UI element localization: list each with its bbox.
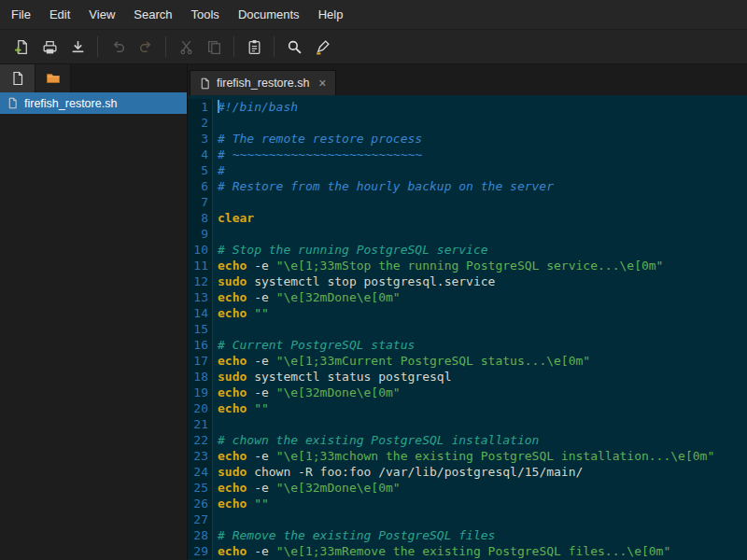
code-text bbox=[213, 321, 218, 337]
code-line: 19echo -e "\e[32mDone\e[0m" bbox=[188, 385, 747, 400]
code-text bbox=[213, 194, 218, 210]
code-text: echo -e "\e[32mDone\e[0m" bbox=[213, 385, 401, 400]
code-text: echo -e "\e[32mDone\e[0m" bbox=[213, 480, 401, 496]
code-line: 25echo -e "\e[32mDone\e[0m" bbox=[188, 480, 747, 496]
line-number: 20 bbox=[188, 400, 213, 416]
code-text: echo -e "\e[1;33mCurrent PostgreSQL stat… bbox=[213, 353, 590, 369]
code-line: 22# chown the existing PostgreSQL instal… bbox=[188, 432, 747, 448]
line-number: 27 bbox=[188, 511, 213, 527]
save-file-button[interactable] bbox=[63, 34, 92, 60]
menu-item-tools[interactable]: Tools bbox=[182, 1, 229, 29]
line-number: 18 bbox=[188, 369, 213, 385]
code-text: # ~~~~~~~~~~~~~~~~~~~~~~~~~~ bbox=[213, 147, 422, 162]
editor-pane: firefish_restore.sh × 1#!/bin/bash23# Th… bbox=[188, 64, 747, 560]
code-text: # Stop the running PostgreSQL service bbox=[213, 242, 488, 258]
code-text bbox=[213, 115, 218, 131]
toolbar-separator bbox=[274, 36, 275, 57]
document-icon bbox=[199, 77, 211, 90]
code-line: 4# ~~~~~~~~~~~~~~~~~~~~~~~~~~ bbox=[188, 147, 747, 162]
line-number: 26 bbox=[188, 496, 213, 511]
open-file-item[interactable]: firefish_restore.sh bbox=[0, 92, 187, 114]
code-line: 21 bbox=[188, 416, 747, 432]
menu-item-file[interactable]: File bbox=[2, 1, 40, 29]
line-number: 14 bbox=[188, 305, 213, 321]
line-number: 11 bbox=[188, 258, 213, 273]
code-text: # Current PostgreSQL status bbox=[213, 337, 415, 353]
menu-item-help[interactable]: Help bbox=[309, 1, 353, 29]
line-number: 28 bbox=[188, 527, 213, 543]
code-line: 17echo -e "\e[1;33mCurrent PostgreSQL st… bbox=[188, 353, 747, 369]
toolbar-separator bbox=[97, 36, 98, 57]
sidebar-tab-strip bbox=[0, 64, 187, 92]
line-number: 17 bbox=[188, 353, 213, 369]
line-number: 3 bbox=[188, 131, 213, 147]
line-number: 29 bbox=[188, 543, 213, 559]
code-line: 29echo -e "\e[1;33mRemove the existing P… bbox=[188, 543, 747, 559]
new-document-icon bbox=[14, 39, 30, 55]
line-number: 23 bbox=[188, 448, 213, 464]
line-number: 9 bbox=[188, 226, 213, 242]
editor-tab-bar: firefish_restore.sh × bbox=[188, 64, 747, 95]
line-number: 15 bbox=[188, 321, 213, 337]
line-number: 10 bbox=[188, 242, 213, 258]
menu-item-documents[interactable]: Documents bbox=[229, 1, 309, 29]
code-text: echo "" bbox=[213, 305, 269, 321]
line-number: 4 bbox=[188, 147, 213, 162]
code-line: 26echo "" bbox=[188, 496, 747, 511]
code-line: 13echo -e "\e[32mDone\e[0m" bbox=[188, 289, 747, 305]
code-editor[interactable]: 1#!/bin/bash23# The remote restore proce… bbox=[188, 95, 747, 560]
code-line: 6# Restore from the hourly backup on the… bbox=[188, 178, 747, 194]
open-document-button[interactable] bbox=[35, 34, 63, 60]
code-line: 20echo "" bbox=[188, 400, 747, 416]
code-text: # Remove the existing PostgreSQL files bbox=[213, 527, 495, 543]
menu-item-view[interactable]: View bbox=[79, 1, 124, 29]
code-text: #!/bin/bash bbox=[213, 99, 298, 115]
line-number: 5 bbox=[188, 162, 213, 178]
content-area: firefish_restore.sh firefish_restore.sh … bbox=[0, 64, 747, 560]
line-number: 8 bbox=[188, 210, 213, 226]
paste-button[interactable] bbox=[240, 34, 268, 60]
editor-tab[interactable]: firefish_restore.sh × bbox=[190, 70, 336, 95]
toolbar bbox=[0, 30, 747, 64]
redo-icon bbox=[138, 39, 154, 55]
code-text bbox=[213, 416, 218, 432]
code-line: 1#!/bin/bash bbox=[188, 99, 747, 115]
open-document-icon bbox=[42, 39, 58, 55]
line-number: 1 bbox=[188, 99, 213, 115]
code-line: 23echo -e "\e[1;33mchown the existing Po… bbox=[188, 448, 747, 464]
code-text: clear bbox=[213, 210, 254, 226]
menu-item-edit[interactable]: Edit bbox=[40, 1, 79, 29]
sidebar: firefish_restore.sh bbox=[0, 64, 188, 560]
code-text: echo -e "\e[1;33mStop the running Postgr… bbox=[213, 258, 663, 273]
line-number: 19 bbox=[188, 385, 213, 400]
code-line: 16# Current PostgreSQL status bbox=[188, 337, 747, 353]
line-number: 25 bbox=[188, 480, 213, 496]
sidebar-tab-folder[interactable] bbox=[35, 64, 71, 92]
code-text bbox=[213, 511, 218, 527]
save-file-icon bbox=[70, 39, 86, 55]
code-text bbox=[213, 226, 218, 242]
menu-item-search[interactable]: Search bbox=[124, 1, 181, 29]
editor-window: FileEditViewSearchToolsDocumentsHelp fir… bbox=[0, 0, 747, 560]
code-line: 8clear bbox=[188, 210, 747, 226]
editor-tab-label: firefish_restore.sh bbox=[217, 77, 309, 90]
code-line: 5# bbox=[188, 162, 747, 178]
line-number: 6 bbox=[188, 178, 213, 194]
code-line: 24sudo chown -R foo:foo /var/lib/postgre… bbox=[188, 464, 747, 480]
code-text: echo "" bbox=[213, 496, 269, 511]
code-text: echo -e "\e[1;33mchown the existing Post… bbox=[213, 448, 714, 464]
document-icon bbox=[10, 71, 25, 86]
code-text: # Restore from the hourly backup on the … bbox=[213, 178, 554, 194]
sidebar-tab-document[interactable] bbox=[0, 64, 35, 92]
document-icon bbox=[7, 97, 19, 109]
color-chooser-button[interactable] bbox=[308, 34, 336, 60]
new-document-button[interactable] bbox=[7, 34, 35, 60]
code-line: 27 bbox=[188, 511, 747, 527]
tab-close-icon[interactable]: × bbox=[318, 77, 326, 90]
code-text: echo "" bbox=[213, 400, 269, 416]
line-number: 22 bbox=[188, 432, 213, 448]
find-button[interactable] bbox=[280, 34, 308, 60]
folder-icon bbox=[46, 71, 61, 86]
toolbar-separator bbox=[233, 36, 234, 57]
code-text: sudo chown -R foo:foo /var/lib/postgresq… bbox=[213, 464, 583, 480]
